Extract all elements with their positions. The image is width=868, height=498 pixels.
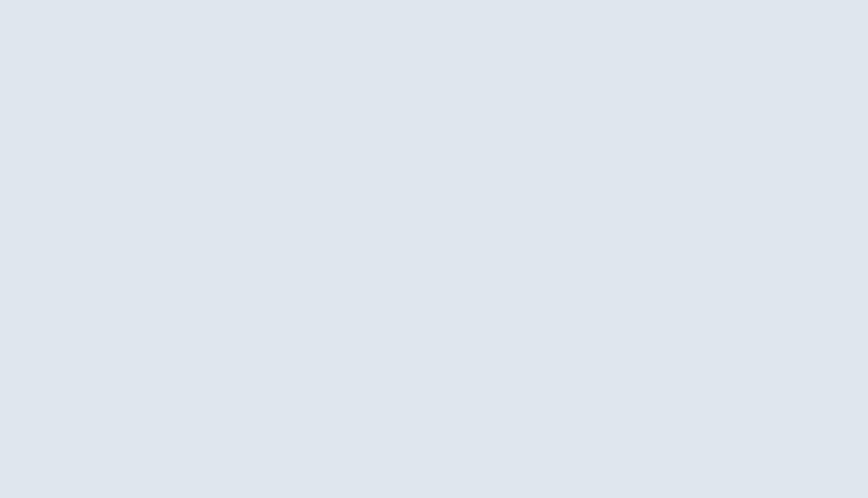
sdr-console-window — [0, 0, 868, 498]
